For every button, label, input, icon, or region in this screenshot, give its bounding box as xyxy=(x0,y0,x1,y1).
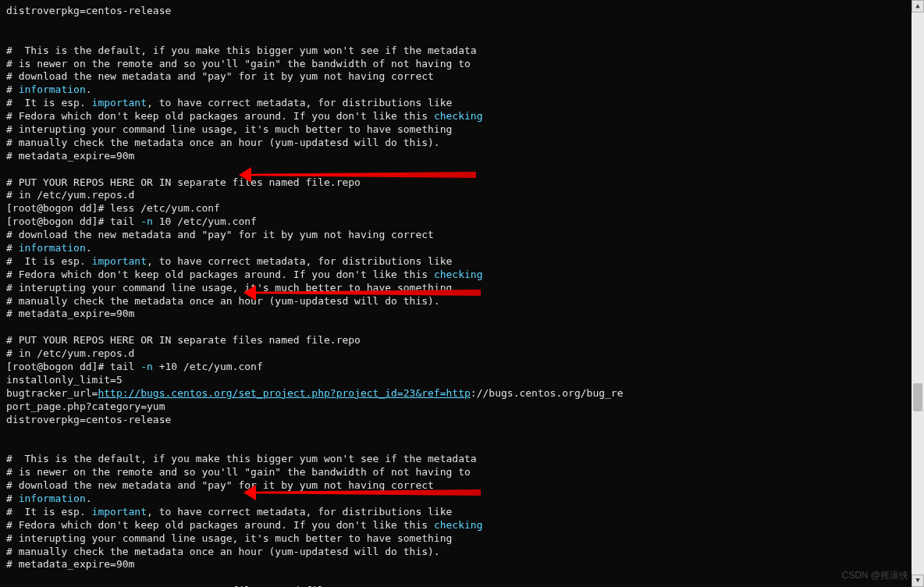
terminal-line: [root@bogon dd]# less /etc/yum.conf xyxy=(6,202,905,215)
scrollbar-thumb[interactable] xyxy=(913,383,922,411)
terminal-line xyxy=(6,427,905,440)
watermark-text: CSDN @摇滚侠 xyxy=(841,570,908,582)
terminal-line: bugtracker_url=http://bugs.centos.org/se… xyxy=(6,387,905,400)
terminal-line: # Fedora which don't keep old packages a… xyxy=(6,269,905,282)
terminal-line: # metadata_expire=90m xyxy=(6,308,905,321)
terminal-line: # manually check the metadata once an ho… xyxy=(6,546,905,559)
terminal-line: # download the new metadata and "pay" fo… xyxy=(6,229,905,242)
terminal-line: # It is esp. important, to have correct … xyxy=(6,255,905,269)
terminal-line: # is newer on the remote and so you'll "… xyxy=(6,466,905,479)
terminal-line: # It is esp. important, to have correct … xyxy=(6,97,905,110)
terminal-line: # download the new metadata and "pay" fo… xyxy=(6,70,905,84)
terminal-line xyxy=(6,163,905,176)
terminal-line: # download the new metadata and "pay" fo… xyxy=(6,479,905,493)
vertical-scrollbar[interactable]: ▲ ▼ xyxy=(912,0,924,587)
terminal-line: port_page.php?category=yum xyxy=(6,400,905,414)
terminal-line xyxy=(6,439,905,453)
terminal-line: # Fedora which don't keep old packages a… xyxy=(6,110,905,123)
terminal-line: # metadata_expire=90m xyxy=(6,558,905,571)
terminal-line xyxy=(6,31,905,44)
terminal-line: # PUT YOUR REPOS HERE OR IN separate fil… xyxy=(6,334,905,347)
terminal-viewport: distroverpkg=centos-release # This is th… xyxy=(0,0,924,587)
terminal-line: installonly_limit=5 xyxy=(6,374,905,387)
terminal-line: # in /etc/yum.repos.d xyxy=(6,347,905,361)
terminal-line: # This is the default, if you make this … xyxy=(6,453,905,466)
scroll-down-button[interactable]: ▼ xyxy=(912,575,924,587)
terminal-line: distroverpkg=centos-release xyxy=(6,414,905,427)
terminal-line: # interupting your command line usage, i… xyxy=(6,532,905,546)
terminal-output[interactable]: distroverpkg=centos-release # This is th… xyxy=(0,0,912,587)
terminal-line: # PUT YOUR REPOS HERE OR IN separate fil… xyxy=(6,176,905,190)
terminal-line xyxy=(6,571,905,585)
terminal-line: # is newer on the remote and so you'll "… xyxy=(6,58,905,71)
terminal-line: # in /etc/yum.repos.d xyxy=(6,189,905,202)
terminal-line: # information. xyxy=(6,84,905,97)
scrollbar-track[interactable] xyxy=(912,12,924,575)
terminal-line: # interupting your command line usage, i… xyxy=(6,123,905,137)
terminal-line: # interupting your command line usage, i… xyxy=(6,282,905,295)
terminal-line: distroverpkg=centos-release xyxy=(6,5,905,18)
terminal-line: # manually check the metadata once an ho… xyxy=(6,137,905,150)
terminal-line: # It is esp. important, to have correct … xyxy=(6,506,905,519)
scroll-up-button[interactable]: ▲ xyxy=(912,0,924,12)
terminal-line: # Fedora which don't keep old packages a… xyxy=(6,519,905,532)
terminal-line: [root@bogon dd]# tail -n 10 /etc/yum.con… xyxy=(6,215,905,229)
terminal-line: # information. xyxy=(6,493,905,506)
terminal-line xyxy=(6,321,905,334)
terminal-line xyxy=(6,18,905,31)
terminal-line: # manually check the metadata once an ho… xyxy=(6,295,905,308)
terminal-line: # metadata_expire=90m xyxy=(6,150,905,163)
terminal-line: [root@bogon dd]# tail -n +10 /etc/yum.co… xyxy=(6,361,905,374)
terminal-line: # This is the default, if you make this … xyxy=(6,44,905,58)
terminal-line: # information. xyxy=(6,242,905,255)
